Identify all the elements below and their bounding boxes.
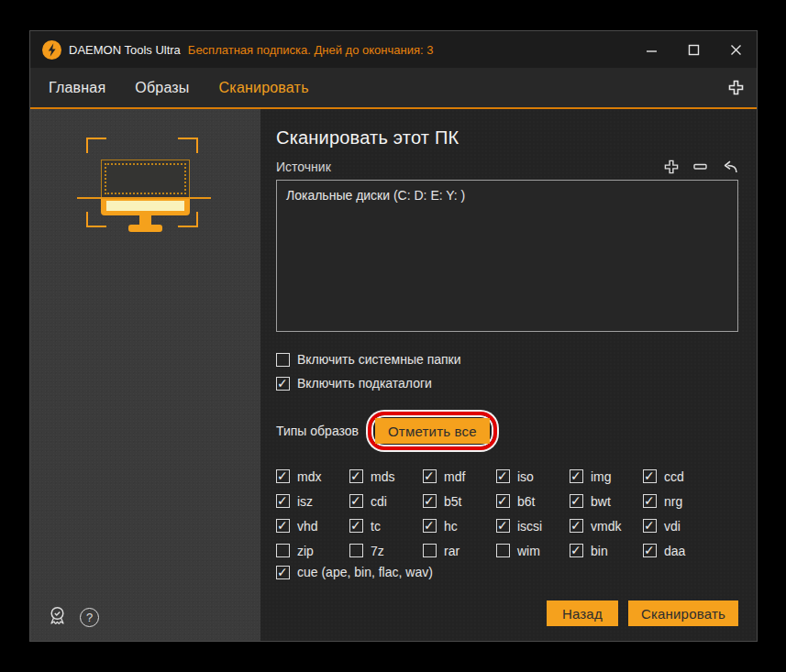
- checkbox[interactable]: [570, 519, 583, 533]
- checkbox[interactable]: [423, 494, 437, 508]
- checkbox[interactable]: [349, 469, 363, 483]
- filetype-checkbox-cdi[interactable]: cdi: [349, 494, 423, 509]
- checkbox[interactable]: [276, 353, 290, 367]
- annotation-highlight: Отметить все: [368, 412, 497, 450]
- close-button[interactable]: [714, 31, 757, 68]
- scan-pc-illustration: [30, 109, 260, 274]
- window-body: ? Сканировать этот ПК Источник: [30, 109, 757, 641]
- daemon-tools-logo-icon: [42, 40, 61, 60]
- checkbox[interactable]: [643, 519, 657, 533]
- reset-sources-button[interactable]: [723, 160, 738, 174]
- filetype-checkbox-zip[interactable]: zip: [276, 544, 349, 558]
- monitor-outline-icon: [101, 160, 190, 198]
- tab-главная[interactable]: Главная: [49, 76, 105, 100]
- checkbox[interactable]: [423, 469, 437, 483]
- filetype-checkbox-img[interactable]: img: [570, 469, 643, 484]
- filetype-checkbox-bwt[interactable]: bwt: [570, 494, 643, 509]
- checkbox[interactable]: [276, 469, 290, 483]
- checkbox-label: Включить системные папки: [297, 352, 461, 367]
- checkbox[interactable]: [423, 544, 437, 557]
- checkbox[interactable]: [643, 544, 657, 557]
- checkbox[interactable]: [276, 544, 290, 557]
- filetype-checkbox-cue[interactable]: cue (ape, bin, flac, wav): [276, 565, 738, 579]
- scan-button[interactable]: Сканировать: [628, 600, 738, 626]
- checkbox[interactable]: [276, 377, 290, 391]
- checkbox-label: b5t: [444, 494, 461, 509]
- checkbox[interactable]: [496, 544, 510, 557]
- tab-list: ГлавнаяОбразыСканировать: [49, 76, 338, 100]
- license-badge-icon[interactable]: [47, 605, 68, 630]
- source-listbox[interactable]: Локальные диски (C: D: E: Y: ): [276, 180, 738, 332]
- checkbox[interactable]: [496, 494, 510, 508]
- filetype-checkbox-iscsi[interactable]: iscsi: [496, 519, 570, 534]
- filetype-checkbox-7z[interactable]: 7z: [349, 544, 423, 558]
- screenshot-canvas: { "titlebar": { "app_name": "DAEMON Tool…: [0, 0, 786, 672]
- tab-образы[interactable]: Образы: [135, 76, 189, 100]
- filetype-checkbox-ccd[interactable]: ccd: [643, 469, 716, 484]
- filetype-checkbox-wim[interactable]: wim: [496, 544, 570, 558]
- filetype-checkbox-nrg[interactable]: nrg: [643, 494, 716, 509]
- filetype-checkbox-tc[interactable]: tc: [349, 519, 423, 534]
- filetype-checkbox-b6t[interactable]: b6t: [496, 494, 570, 509]
- filetype-checkbox-daa[interactable]: daa: [643, 544, 716, 558]
- monitor-base: [128, 225, 162, 232]
- filetype-checkbox-vhd[interactable]: vhd: [276, 519, 349, 534]
- help-icon[interactable]: ?: [80, 608, 99, 627]
- monitor-screen: [106, 201, 184, 211]
- filetype-checkbox-rar[interactable]: rar: [423, 544, 496, 558]
- undo-arrow-icon: [723, 160, 738, 174]
- filetype-checkbox-mdf[interactable]: mdf: [423, 469, 496, 484]
- checkbox[interactable]: [643, 494, 657, 508]
- checkbox[interactable]: [423, 519, 437, 533]
- checkbox-label: rar: [444, 544, 459, 558]
- filetype-checkbox-isz[interactable]: isz: [276, 494, 349, 509]
- tab-сканировать[interactable]: Сканировать: [219, 76, 309, 100]
- checkbox-label: daa: [664, 544, 685, 558]
- source-label: Источник: [276, 160, 331, 174]
- checkbox[interactable]: [349, 519, 363, 533]
- checkbox-label: mds: [371, 469, 394, 484]
- checkbox[interactable]: [349, 494, 363, 508]
- checkbox[interactable]: [570, 494, 583, 508]
- filetype-checkbox-b5t[interactable]: b5t: [423, 494, 496, 509]
- option-checkbox-включить-системные-папки[interactable]: Включить системные папки: [276, 352, 738, 367]
- source-list-item[interactable]: Локальные диски (C: D: E: Y: ): [286, 187, 728, 204]
- app-title: DAEMON Tools Ultra: [69, 43, 181, 57]
- checkbox[interactable]: [276, 519, 290, 533]
- scan-options: Включить системные папкиВключить подката…: [276, 352, 738, 400]
- select-all-button[interactable]: Отметить все: [375, 418, 490, 444]
- plus-icon: [728, 80, 744, 95]
- add-tab-button[interactable]: [728, 80, 744, 95]
- sidebar: ?: [30, 109, 260, 641]
- back-button[interactable]: Назад: [547, 600, 618, 626]
- filetype-checkbox-mdx[interactable]: mdx: [276, 469, 349, 484]
- checkbox-label: mdx: [297, 469, 321, 484]
- filetype-checkbox-bin[interactable]: bin: [570, 544, 643, 558]
- filetype-checkbox-vdi[interactable]: vdi: [643, 519, 716, 534]
- checkbox[interactable]: [496, 469, 510, 483]
- filetype-checkbox-iso[interactable]: iso: [496, 469, 570, 484]
- tabbar: ГлавнаяОбразыСканировать: [30, 68, 757, 109]
- filetype-checkbox-grid: mdxmdsmdfisoimgccdiszcdib5tb6tbwtnrgvhdt…: [276, 464, 738, 563]
- checkbox[interactable]: [643, 469, 657, 483]
- checkbox[interactable]: [570, 544, 583, 557]
- close-icon: [730, 44, 742, 56]
- filetype-checkbox-hc[interactable]: hc: [423, 519, 496, 534]
- filetype-checkbox-vmdk[interactable]: vmdk: [570, 519, 643, 534]
- scan-panel: Сканировать этот ПК Источник: [260, 109, 757, 641]
- checkbox-label: ccd: [664, 469, 684, 484]
- app-window: DAEMON Tools Ultra Бесплатная подписка. …: [29, 30, 758, 642]
- minimize-button[interactable]: [630, 31, 672, 68]
- option-checkbox-включить-подкаталоги[interactable]: Включить подкаталоги: [276, 376, 738, 391]
- checkbox[interactable]: [276, 494, 290, 508]
- maximize-button[interactable]: [672, 31, 714, 68]
- remove-source-button[interactable]: [693, 163, 708, 171]
- checkbox-label: vmdk: [591, 519, 621, 534]
- checkbox-label: iscsi: [517, 519, 542, 534]
- checkbox[interactable]: [276, 566, 290, 579]
- checkbox[interactable]: [349, 544, 363, 557]
- filetype-checkbox-mds[interactable]: mds: [349, 469, 423, 484]
- checkbox[interactable]: [496, 519, 510, 533]
- add-source-button[interactable]: [664, 160, 679, 174]
- checkbox[interactable]: [570, 469, 583, 483]
